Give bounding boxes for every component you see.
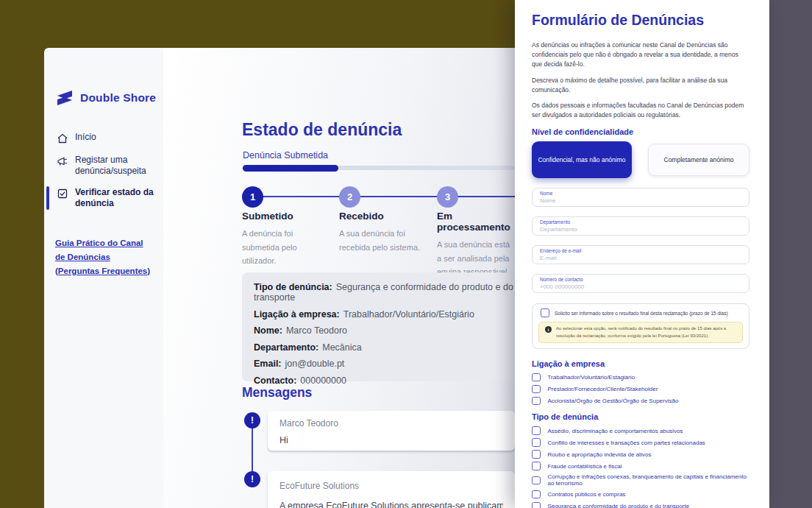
- field-label: Departamento: [540, 219, 741, 225]
- background-strip: [769, 0, 812, 508]
- sidebar: Double Shore Início Registar uma denúnci…: [44, 48, 163, 508]
- checkbox-label: Fraude contabilística e fiscal: [548, 463, 622, 470]
- message-card[interactable]: EcoFuture Solutions A empresa EcoFuture …: [268, 471, 515, 508]
- checkbox[interactable]: [532, 450, 541, 459]
- info-icon: i: [545, 326, 552, 333]
- brand: Double Shore: [55, 88, 163, 107]
- checkbox-label: Roubo e apropriação indevida de ativos: [548, 451, 652, 458]
- message-author: EcoFuture Solutions: [279, 481, 503, 491]
- exclamation-icon: !: [244, 471, 260, 487]
- detail-row-ligacao: Ligação à empresa:Trabalhador/Voluntário…: [254, 309, 515, 320]
- checkbox[interactable]: [532, 397, 541, 406]
- notify-checkbox[interactable]: [541, 308, 549, 317]
- type-option-conflito[interactable]: Conflito de interesses e transações com …: [532, 438, 749, 447]
- checkbox-label: Corrupção e infrações conexas, branqueam…: [548, 473, 750, 487]
- checkbox[interactable]: [532, 502, 541, 508]
- message-body: Hi: [279, 435, 503, 445]
- relation-option-trabalhador[interactable]: Trabalhador/Voluntário/Estagiário: [532, 373, 749, 382]
- type-option-assedio[interactable]: Assédio, discriminação e comportamentos …: [532, 426, 749, 435]
- form-title: Formulário de Denúncias: [532, 12, 749, 29]
- checkbox-label: Accionista/Órgão de Gestão/Órgão de Supe…: [548, 398, 679, 404]
- message-card[interactable]: Marco Teodoro Hi: [268, 411, 515, 451]
- progress-label: Denúncia Submetida: [243, 150, 328, 160]
- confidential-not-anonymous-button[interactable]: Confidencial, mas não anónimo: [532, 141, 632, 178]
- type-option-roubo[interactable]: Roubo e apropriação indevida de ativos: [532, 450, 749, 459]
- type-option-corrupcao[interactable]: Corrupção e infrações conexas, branqueam…: [532, 473, 749, 487]
- notify-checkbox-row[interactable]: Solicito ser informado sobre o resultado…: [538, 308, 743, 317]
- detail-value: 000000000: [300, 375, 346, 386]
- step-recebido: Recebido A sua denúncia foi recebida pel…: [339, 211, 430, 254]
- notify-checkbox-label: Solicito ser informado sobre o resultado…: [555, 311, 728, 316]
- step-title: Em processamento: [437, 211, 513, 233]
- detail-label: Ligação à empresa:: [254, 309, 340, 320]
- sidebar-item-label: Verificar estado da denúncia: [75, 187, 157, 209]
- field-label: Número de contacto: [540, 277, 741, 282]
- detail-row-contacto: Contacto:000000000: [254, 375, 515, 386]
- sidebar-item-verificar-estado[interactable]: Verificar estado da denúncia: [44, 182, 163, 214]
- stepper-connector: [252, 196, 515, 197]
- checkbox-label: Conflito de interesses e transações com …: [548, 440, 705, 446]
- company-relation-options: Trabalhador/Voluntário/Estagiário Presta…: [532, 373, 749, 406]
- checkbox[interactable]: [532, 438, 541, 447]
- report-type-options: Assédio, discriminação e comportamentos …: [532, 426, 749, 508]
- checkbox[interactable]: [532, 426, 541, 435]
- department-field[interactable]: Departamento Departamento: [532, 216, 749, 236]
- intro-paragraph: As denúncias ou infrações a comunicar ne…: [532, 40, 749, 70]
- name-field[interactable]: Nome Nome: [532, 188, 749, 207]
- checkbox-icon: [57, 188, 68, 200]
- step-circle-2: 2: [339, 186, 360, 208]
- guide-link[interactable]: Guia Prático do Canal de Denúncias (Perg…: [55, 236, 152, 278]
- checkbox[interactable]: [532, 476, 541, 485]
- complaint-form-panel: Formulário de Denúncias As denúncias ou …: [515, 0, 769, 508]
- detail-value: Trabalhador/Voluntário/Estgiário: [343, 309, 474, 320]
- field-label: Nome: [540, 191, 741, 196]
- field-placeholder: E-mail: [540, 255, 741, 261]
- detail-label: Departamento:: [254, 342, 318, 353]
- type-option-contratos[interactable]: Contratos públicos e compras: [532, 490, 749, 499]
- sidebar-item-inicio[interactable]: Início: [44, 127, 163, 149]
- sidebar-item-label: Início: [75, 132, 96, 143]
- detail-value: Marco Teodoro: [286, 325, 347, 336]
- relation-option-prestador[interactable]: Prestador/Fornecedor/Cliente/Stakeholder: [532, 385, 749, 394]
- confidentiality-options: Confidencial, mas não anónimo Completame…: [532, 141, 749, 178]
- detail-row-tipo: Tipo de denúncia:Segurança e conformidad…: [254, 282, 515, 303]
- confidentiality-heading: Nível de confidencialidade: [532, 127, 749, 136]
- step-title: Submetido: [242, 211, 329, 222]
- sidebar-item-registar-denuncia[interactable]: Registar uma denúncia/suspeita: [44, 149, 163, 182]
- step-em-processamento: Em processamento A sua denúncia está a s…: [437, 211, 513, 279]
- completely-anonymous-button[interactable]: Completamente anónimo: [648, 144, 749, 176]
- step-description: A denúncia foi submetida pelo utilizador…: [242, 227, 329, 268]
- step-title: Recebido: [339, 211, 430, 222]
- double-shore-logo-icon: [55, 88, 74, 107]
- checkbox[interactable]: [532, 490, 541, 499]
- type-option-fraude[interactable]: Fraude contabilística e fiscal: [532, 462, 749, 470]
- timeline-line: [252, 420, 253, 479]
- step-circle-1: 1: [242, 186, 263, 208]
- checkbox[interactable]: [532, 385, 541, 394]
- message-body: A empresa EcoFuture Solutions apresenta-…: [279, 501, 503, 508]
- contact-number-field[interactable]: Número de contacto +000 000000000: [532, 274, 749, 293]
- exclamation-icon: !: [244, 412, 260, 428]
- type-option-seguranca-produto[interactable]: Segurança e conformidade do produto e do…: [532, 502, 749, 508]
- checkbox[interactable]: [532, 373, 541, 382]
- field-label: Endereço de e-mail: [540, 248, 741, 253]
- field-placeholder: Departamento: [540, 226, 741, 233]
- screen: Double Shore Início Registar uma denúnci…: [0, 0, 812, 508]
- checkbox[interactable]: [532, 462, 541, 470]
- sidebar-nav: Início Registar uma denúncia/suspeita Ve…: [44, 127, 163, 214]
- brand-name: Double Shore: [80, 91, 156, 105]
- notify-result-card: Solicito ser informado sobre o resultado…: [532, 303, 749, 349]
- checkbox-label: Segurança e conformidade do produto e do…: [548, 503, 690, 508]
- sidebar-item-label: Registar uma denúncia/suspeita: [75, 155, 157, 177]
- detail-row-email: Email:jon@double.pt: [254, 359, 515, 369]
- form-intro: As denúncias ou infrações a comunicar ne…: [532, 40, 749, 120]
- field-placeholder: Nome: [540, 197, 741, 204]
- email-field[interactable]: Endereço de e-mail E-mail: [532, 245, 749, 264]
- checkbox-label: Trabalhador/Voluntário/Estagiário: [548, 374, 635, 381]
- detail-value: Mecânica: [322, 342, 362, 353]
- status-page: Estado de denúncia Denúncia Submetida 1 …: [163, 48, 515, 508]
- detail-row-nome: Nome:Marco Teodoro: [254, 325, 515, 336]
- megaphone-icon: [57, 155, 68, 167]
- relation-option-accionista[interactable]: Accionista/Órgão de Gestão/Órgão de Supe…: [532, 397, 749, 406]
- step-circle-3: 3: [437, 186, 458, 208]
